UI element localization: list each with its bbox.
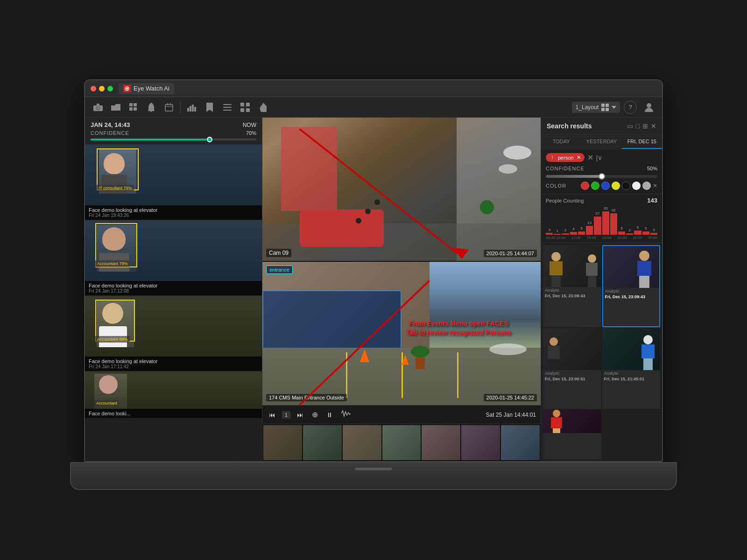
event-title-2: Face demo looking at elevator: [89, 283, 258, 288]
svg-rect-15: [170, 103, 171, 105]
layout-label: 1_Layout: [576, 104, 599, 111]
minimize-panel-icon[interactable]: ▭: [627, 122, 633, 130]
filter-expand-btn[interactable]: |∨: [596, 154, 603, 161]
tab-yesterday[interactable]: YESTERDAY: [581, 135, 621, 149]
bar-value-1: 1: [557, 229, 558, 233]
bar-4: 5: [578, 226, 585, 235]
thumb-7[interactable]: [501, 425, 540, 460]
help-toolbar-btn[interactable]: ?: [624, 101, 637, 114]
result-item-2[interactable]: Analytic Fri, Dec 15, 23:09:43: [602, 245, 661, 327]
bar-rect-7: [602, 211, 609, 235]
bar-value-4: 5: [580, 226, 582, 231]
confidence-row: CONFIDENCE 70%: [91, 130, 256, 136]
svg-rect-26: [246, 108, 250, 112]
user-toolbar-btn[interactable]: [641, 100, 657, 115]
svg-rect-19: [194, 107, 196, 112]
chart-toolbar-btn[interactable]: [183, 100, 200, 115]
event-info-2: Face demo looking at elevator Fri 24 Jan…: [85, 281, 262, 295]
expand-panel-icon[interactable]: □: [636, 122, 640, 130]
event-item[interactable]: IT consultant 79% Face demo looking at e…: [85, 145, 262, 220]
color-green[interactable]: [591, 182, 599, 190]
bar-value-10: 2: [629, 228, 631, 232]
result-label-1: Analytic: [543, 287, 601, 294]
chart-label-11: 22:00: [633, 236, 642, 240]
rewind-btn[interactable]: ⏮: [267, 409, 277, 420]
color-yellow[interactable]: [612, 182, 620, 190]
bar-rect-5: [586, 226, 593, 235]
bell-toolbar-btn[interactable]: [143, 100, 160, 115]
event-thumb-2: Accountant 79%: [85, 220, 262, 281]
color-clear-btn[interactable]: ✕: [653, 182, 657, 189]
folder-toolbar-btn[interactable]: [107, 100, 124, 115]
close-panel-icon[interactable]: ✕: [651, 122, 656, 130]
calendar-toolbar-btn[interactable]: [161, 100, 177, 115]
pause-btn[interactable]: ⏸: [324, 409, 335, 420]
event-item-2[interactable]: Accountant 79% Face demo looking at elev…: [85, 220, 262, 296]
video-grid: Cam 09 2020-01-25 14:44:07: [262, 118, 541, 405]
cam-timestamp-bottom: 2020-01-25 14:45:22: [484, 394, 537, 401]
thumb-2[interactable]: [303, 425, 342, 460]
zoom-btn[interactable]: ⊕: [310, 408, 320, 421]
result-item-3[interactable]: Analytic Fri, Dec 15, 23:00:51: [543, 328, 601, 408]
maximize-button[interactable]: [107, 86, 113, 91]
camera-toolbar-btn[interactable]: [90, 100, 106, 115]
thumb-4[interactable]: [382, 425, 421, 460]
result-item-1[interactable]: Analytic Fri, Dec 15, 23:09:43: [543, 245, 601, 327]
bottom-camera-cell[interactable]: From Events Menu open FACESTab to review…: [262, 262, 541, 405]
minimize-button[interactable]: [99, 86, 105, 91]
waveform-btn[interactable]: [339, 408, 352, 421]
svg-rect-32: [606, 108, 609, 111]
right-confidence-fill: [546, 175, 602, 178]
bar-rect-13: [650, 233, 657, 235]
fire-toolbar-btn[interactable]: [254, 100, 271, 115]
thumb-5[interactable]: [422, 425, 460, 460]
layout-selector[interactable]: 1_Layout: [572, 102, 620, 113]
annotation-text: From Events Menu open FACESTab to review…: [382, 319, 535, 337]
person-tag-remove[interactable]: ✕: [577, 154, 581, 161]
bookmark-toolbar-btn[interactable]: [201, 100, 218, 115]
color-gray[interactable]: [642, 182, 651, 190]
result-item-5[interactable]: [543, 410, 601, 459]
grid-toolbar-btn[interactable]: [125, 100, 142, 115]
slider-thumb: [207, 137, 212, 142]
laptop-container: Eye Watch Ai: [70, 70, 677, 490]
menu-toolbar-btn[interactable]: [219, 100, 236, 115]
svg-rect-21: [223, 107, 232, 108]
bar-2: 2: [562, 228, 569, 235]
svg-rect-31: [601, 108, 605, 111]
thumb-3[interactable]: [343, 425, 381, 460]
chart-label-8: [613, 236, 617, 240]
apps-toolbar-btn[interactable]: [237, 100, 254, 115]
fast-forward-btn[interactable]: ⏭: [295, 409, 305, 420]
event-thumb-4: Accountant: [85, 371, 262, 409]
top-camera-cell[interactable]: Cam 09 2020-01-25 14:44:07: [262, 118, 541, 261]
svg-rect-16: [187, 108, 189, 112]
event-item-4[interactable]: Accountant Face demo looki...: [85, 371, 262, 419]
svg-rect-22: [223, 110, 232, 111]
bar-0: 3: [546, 228, 553, 235]
event-item-3[interactable]: Accountant 88% Face demo looking at elev…: [85, 296, 262, 371]
fullscreen-panel-icon[interactable]: ⊞: [642, 122, 648, 130]
filter-clear-btn[interactable]: ✕: [587, 153, 593, 162]
color-black[interactable]: [622, 182, 630, 190]
color-white[interactable]: [632, 182, 641, 190]
result-item-4[interactable]: Analytic Fri, Dec 15, 21:45:01: [602, 328, 661, 408]
bar-8: 32: [610, 208, 617, 235]
svg-rect-7: [134, 103, 137, 106]
right-confidence-slider[interactable]: [546, 175, 657, 178]
svg-rect-14: [167, 103, 168, 105]
tab-today[interactable]: TODAY: [541, 135, 581, 149]
bar-chart: 312451327353252653: [546, 207, 657, 235]
step-back-btn[interactable]: 1: [282, 411, 290, 419]
tab-fri-dec15[interactable]: FRI, DEC 15: [622, 135, 662, 149]
svg-point-33: [647, 103, 651, 108]
result-timestamp-2: Fri, Dec 15, 23:09:43: [603, 294, 660, 300]
confidence-slider[interactable]: [91, 139, 256, 140]
playback-time: Sat 25 Jan 14:44:01: [486, 412, 536, 418]
close-button[interactable]: [91, 86, 96, 91]
thumb-6[interactable]: [461, 425, 500, 460]
color-red[interactable]: [581, 182, 589, 190]
thumb-1[interactable]: [263, 425, 302, 460]
color-blue[interactable]: [601, 182, 610, 190]
person-filter-tag[interactable]: 🚶 person ✕: [546, 153, 585, 162]
